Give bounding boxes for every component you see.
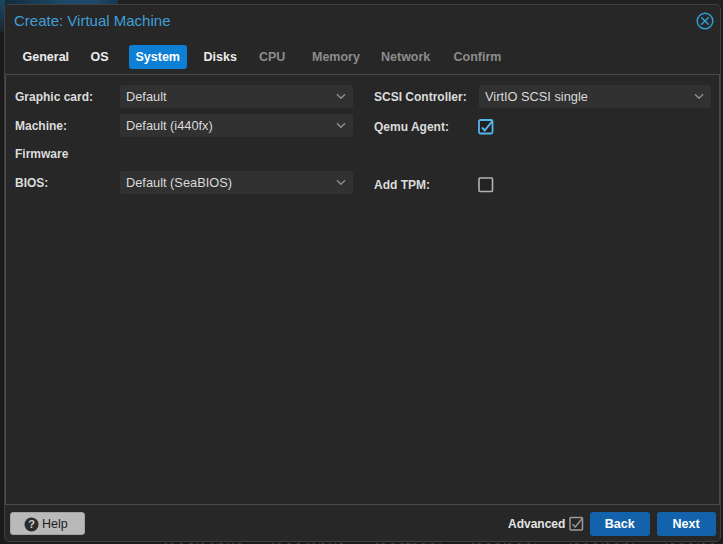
svg-text:?: ? — [28, 518, 35, 530]
